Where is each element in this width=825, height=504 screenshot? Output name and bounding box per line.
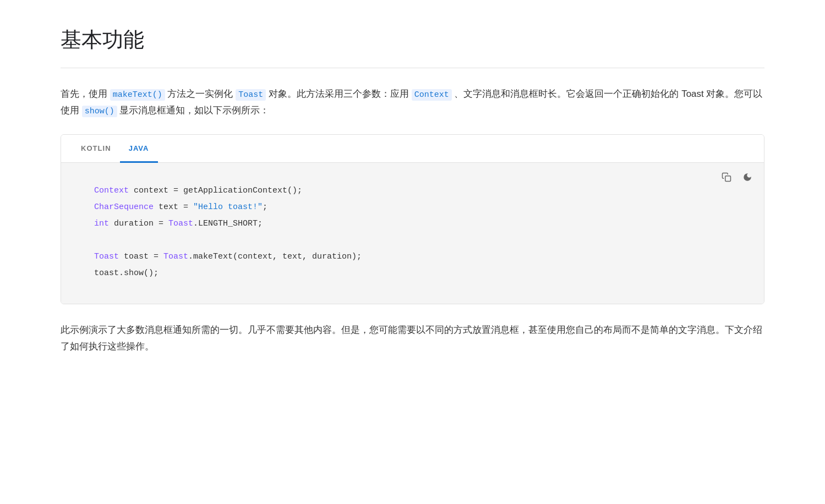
code-area: Context context = getApplicationContext(… bbox=[61, 163, 764, 304]
code-plain-6: toast = bbox=[119, 252, 163, 261]
code-type-context: Context bbox=[94, 186, 129, 195]
copy-icon bbox=[722, 172, 731, 182]
description-paragraph: 首先，使用 makeText() 方法之一实例化 Toast 对象。此方法采用三… bbox=[61, 86, 764, 119]
tab-java[interactable]: JAVA bbox=[120, 135, 158, 163]
code-block: Context context = getApplicationContext(… bbox=[94, 183, 731, 282]
theme-button[interactable] bbox=[739, 168, 756, 186]
code-plain-7: .makeText(context, text, duration); bbox=[188, 252, 362, 261]
tab-kotlin[interactable]: KOTLIN bbox=[72, 135, 120, 163]
theme-icon bbox=[742, 172, 752, 182]
inline-code-context: Context bbox=[412, 89, 452, 101]
code-cls-toast2: Toast bbox=[94, 252, 119, 261]
code-cls-toast3: Toast bbox=[163, 252, 188, 261]
page-wrapper: 基本功能 首先，使用 makeText() 方法之一实例化 Toast 对象。此… bbox=[28, 0, 797, 388]
code-plain-3: ; bbox=[263, 202, 267, 212]
code-kw-int: int bbox=[94, 219, 109, 228]
inline-code-show: show() bbox=[82, 106, 117, 117]
code-toolbar bbox=[718, 168, 756, 186]
code-plain-2: text = bbox=[154, 202, 193, 212]
code-plain-4: duration = bbox=[109, 219, 168, 228]
code-plain-8: toast.show(); bbox=[94, 269, 159, 278]
svg-rect-0 bbox=[725, 176, 731, 182]
tabs-bar: KOTLIN JAVA bbox=[61, 135, 764, 163]
page-title: 基本功能 bbox=[61, 22, 764, 68]
inline-code-maketext: makeText() bbox=[110, 89, 165, 101]
code-plain-5: .LENGTH_SHORT; bbox=[193, 219, 263, 228]
bottom-paragraph: 此示例演示了大多数消息框通知所需的一切。几乎不需要其他内容。但是，您可能需要以不… bbox=[61, 322, 764, 355]
code-block-container: KOTLIN JAVA Context c bbox=[61, 134, 764, 304]
copy-button[interactable] bbox=[718, 168, 735, 186]
code-cls-toast1: Toast bbox=[168, 219, 193, 228]
code-str-hello: "Hello toast!" bbox=[193, 202, 263, 212]
inline-code-toast: Toast bbox=[236, 89, 266, 101]
code-type-charsequence: CharSequence bbox=[94, 202, 154, 212]
code-plain-1: context = getApplicationContext(); bbox=[129, 186, 302, 195]
